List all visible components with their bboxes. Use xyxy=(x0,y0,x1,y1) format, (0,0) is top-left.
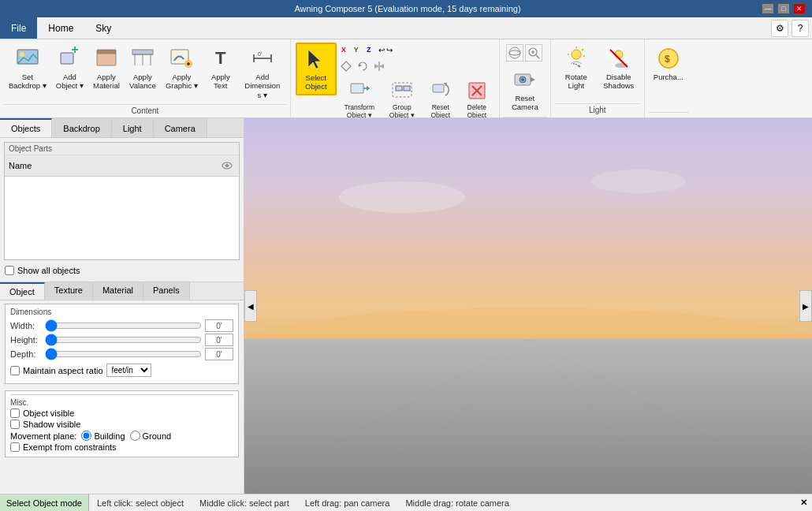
transform-object-icon xyxy=(348,80,371,102)
help-icon[interactable]: ? xyxy=(792,20,809,37)
ribbon-group-content: SetBackdrop ▾ AddObject ▾ ApplyMaterial … xyxy=(0,39,291,117)
x-axis-button[interactable]: X xyxy=(338,44,349,55)
flip-icon[interactable] xyxy=(371,58,387,74)
y-axis-button[interactable]: Y xyxy=(351,44,362,55)
home-menu[interactable]: Home xyxy=(37,17,84,39)
svg-point-37 xyxy=(509,47,520,58)
undo-button[interactable]: ↩ xyxy=(378,46,385,54)
panel-collapse-button[interactable]: ◀ xyxy=(244,290,257,322)
ground-radio[interactable] xyxy=(130,431,140,441)
status-close-button[interactable]: ✕ xyxy=(795,498,812,508)
tab-material[interactable]: Material xyxy=(93,282,143,300)
width-value: 0' xyxy=(205,319,233,332)
set-backdrop-button[interactable]: SetBackdrop ▾ xyxy=(5,43,50,94)
visibility-toggle[interactable] xyxy=(219,158,235,173)
building-radio[interactable] xyxy=(81,431,91,441)
camera-orbit-icon[interactable] xyxy=(506,44,523,62)
transform-object-label: TransformObject ▾ xyxy=(345,103,374,118)
rotate-icon[interactable] xyxy=(355,58,371,74)
svg-point-47 xyxy=(572,50,581,59)
snap-icon[interactable] xyxy=(338,58,354,74)
add-dimensions-button[interactable]: 0' AddDimensions ▾ xyxy=(240,43,285,103)
main-area: Objects Backdrop Light Camera Object Par… xyxy=(0,118,812,494)
group-object-button[interactable]: GroupObject ▾ xyxy=(382,77,422,118)
svg-point-59 xyxy=(225,164,229,167)
status-mode: Select Object mode xyxy=(0,494,89,511)
dimensions-title: Dimensions xyxy=(10,308,233,316)
svg-rect-26 xyxy=(351,84,363,93)
maximize-button[interactable]: □ xyxy=(777,3,790,14)
apply-graphic-button[interactable]: ApplyGraphic ▾ xyxy=(162,43,202,94)
apply-text-button[interactable]: T ApplyText xyxy=(203,43,238,94)
shadow-visible-checkbox[interactable] xyxy=(10,420,20,429)
movement-plane-row: Movement plane: Building Ground xyxy=(10,431,233,441)
svg-point-38 xyxy=(509,50,520,55)
depth-slider[interactable] xyxy=(45,348,202,360)
rotate-light-button[interactable]: RotateLight xyxy=(556,43,597,94)
movement-plane-label: Movement plane: xyxy=(10,431,76,441)
select-object-button[interactable]: SelectObject xyxy=(296,43,337,95)
object-visible-checkbox[interactable] xyxy=(10,408,20,418)
transform-object-button[interactable]: TransformObject ▾ xyxy=(338,77,381,118)
z-axis-button[interactable]: Z xyxy=(363,44,374,55)
unit-select[interactable]: feet/in meters inches xyxy=(106,364,151,377)
reset-camera-button[interactable]: ResetCamera xyxy=(505,64,546,115)
exempt-checkbox[interactable] xyxy=(10,442,20,452)
tab-object[interactable]: Object xyxy=(0,282,45,300)
show-all-objects-checkbox[interactable] xyxy=(5,266,14,275)
viewport[interactable]: ▶ ◀ xyxy=(244,118,812,494)
tab-objects[interactable]: Objects xyxy=(0,118,52,137)
sky-menu[interactable]: Sky xyxy=(84,17,122,39)
select-object-label: SelectObject xyxy=(305,73,326,91)
object-parts-panel: Object Parts Name xyxy=(4,142,240,260)
svg-marker-28 xyxy=(367,86,370,91)
close-button[interactable]: ✕ xyxy=(793,3,806,14)
set-backdrop-label: SetBackdrop ▾ xyxy=(9,73,47,91)
tab-backdrop[interactable]: Backdrop xyxy=(52,118,111,137)
add-object-button[interactable]: AddObject ▾ xyxy=(52,43,88,94)
scroll-right-button[interactable]: ▶ xyxy=(799,290,812,322)
minimize-button[interactable]: — xyxy=(762,3,774,14)
depth-label: Depth: xyxy=(10,349,42,359)
ground-option[interactable]: Ground xyxy=(130,431,172,441)
file-menu[interactable]: File xyxy=(0,17,37,39)
show-all-objects-row: Show all objects xyxy=(0,263,244,278)
depth-row: Depth: 0' xyxy=(10,348,233,360)
hint-left-click: Left click: select object xyxy=(89,498,192,508)
status-bar: Select Object mode Left click: select ob… xyxy=(0,494,812,511)
apply-material-button[interactable]: ApplyMaterial xyxy=(89,43,124,94)
redo-button[interactable]: ↪ xyxy=(386,46,393,54)
aspect-ratio-checkbox[interactable] xyxy=(10,366,20,375)
aspect-ratio-label: Maintain aspect ratio xyxy=(23,366,103,375)
svg-point-72 xyxy=(591,170,686,193)
apply-graphic-icon xyxy=(169,46,194,71)
ribbon: SetBackdrop ▾ AddObject ▾ ApplyMaterial … xyxy=(0,39,812,118)
tab-panels[interactable]: Panels xyxy=(143,282,190,300)
hint-left-drag: Left drag: pan camera xyxy=(297,498,398,508)
tab-texture[interactable]: Texture xyxy=(45,282,93,300)
delete-object-button[interactable]: DeleteObject xyxy=(460,77,494,118)
purchase-button[interactable]: $ Purcha... xyxy=(650,43,687,84)
content-group-label: Content xyxy=(3,104,287,117)
settings-icon[interactable]: ⚙ xyxy=(771,20,788,37)
tab-light[interactable]: Light xyxy=(112,118,154,137)
viewport-svg xyxy=(244,118,812,494)
delete-object-label: DeleteObject xyxy=(467,103,487,118)
svg-marker-22 xyxy=(359,64,362,67)
svg-marker-25 xyxy=(379,64,384,69)
rotate-light-label: RotateLight xyxy=(565,73,587,91)
disable-shadows-button[interactable]: DisableShadows xyxy=(598,43,639,94)
width-slider[interactable] xyxy=(45,319,202,332)
depth-value: 0' xyxy=(205,348,233,360)
title-bar: Awning Composer 5 (Evaluation mode, 15 d… xyxy=(0,0,812,17)
svg-rect-5 xyxy=(97,53,116,65)
apply-valance-button[interactable]: ApplyValance xyxy=(125,43,160,94)
aspect-ratio-row: Maintain aspect ratio feet/in meters inc… xyxy=(10,364,233,377)
misc-section: Misc. Object visible Shadow visible Move… xyxy=(5,390,239,457)
building-option[interactable]: Building xyxy=(81,431,125,441)
apply-graphic-label: ApplyGraphic ▾ xyxy=(166,73,198,91)
height-slider[interactable] xyxy=(45,334,202,346)
tab-camera[interactable]: Camera xyxy=(154,118,207,137)
camera-zoom-icon[interactable] xyxy=(525,44,542,62)
reset-object-button[interactable]: ResetObject xyxy=(423,77,458,118)
